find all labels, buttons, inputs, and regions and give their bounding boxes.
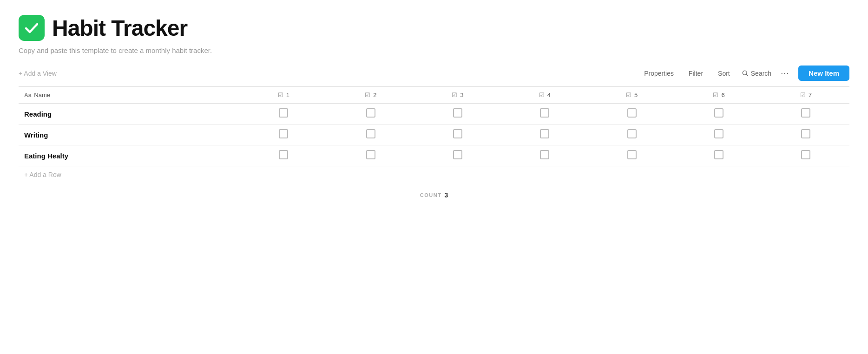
checkbox-cell-r0-c5[interactable] <box>675 104 762 125</box>
checkbox-col-icon-2: ☑ <box>365 92 370 98</box>
checkbox-cell-r2-c6[interactable] <box>763 145 849 166</box>
checkbox-cell-r0-c6[interactable] <box>763 104 849 125</box>
checkbox-cell-r2-c4[interactable] <box>588 145 675 166</box>
col-header-7: ☑ 7 <box>763 87 849 104</box>
checkbox-cell-r1-c2[interactable] <box>414 125 501 145</box>
checkbox-cell-r1-c5[interactable] <box>675 125 762 145</box>
checkbox-empty[interactable] <box>801 108 810 118</box>
page-subtitle: Copy and paste this template to create a… <box>19 46 849 54</box>
checkbox-cell-r0-c2[interactable] <box>414 104 501 125</box>
checkbox-cell-r2-c3[interactable] <box>501 145 588 166</box>
new-item-button[interactable]: New Item <box>798 66 849 81</box>
checkbox-empty[interactable] <box>453 150 462 159</box>
checkbox-empty[interactable] <box>453 129 462 138</box>
checkbox-cell-r0-c3[interactable] <box>501 104 588 125</box>
col-3-label: 3 <box>460 92 463 98</box>
search-icon <box>742 70 749 77</box>
row-name-1: Writing <box>19 125 240 145</box>
page-header: Habit Tracker <box>19 15 849 41</box>
col-name-label: Name <box>34 92 50 98</box>
col-header-6: ☑ 6 <box>675 87 762 104</box>
col-header-5: ☑ 5 <box>588 87 675 104</box>
col-header-3: ☑ 3 <box>414 87 501 104</box>
checkbox-col-icon-3: ☑ <box>452 92 457 98</box>
checkbox-cell-r2-c0[interactable] <box>240 145 327 166</box>
checkbox-cell-r1-c0[interactable] <box>240 125 327 145</box>
checkbox-empty[interactable] <box>540 150 549 159</box>
add-row-container: + Add a Row <box>19 166 849 183</box>
table-header-row: Aa Name ☑ 1 ☑ 2 ☑ 3 <box>19 87 849 104</box>
checkbox-cell-r2-c5[interactable] <box>675 145 762 166</box>
toolbar: + Add a View Properties Filter Sort Sear… <box>19 66 849 87</box>
checkbox-col-icon-1: ☑ <box>278 92 283 98</box>
col-header-2: ☑ 2 <box>327 87 414 104</box>
checkbox-empty[interactable] <box>714 129 723 138</box>
habit-table: Aa Name ☑ 1 ☑ 2 ☑ 3 <box>19 87 849 166</box>
checkbox-col-icon-4: ☑ <box>539 92 545 98</box>
search-label: Search <box>751 70 771 77</box>
checkbox-cell-r2-c2[interactable] <box>414 145 501 166</box>
toolbar-left: + Add a View <box>19 68 632 79</box>
checkbox-empty[interactable] <box>627 129 637 138</box>
toolbar-right: Properties Filter Sort Search ··· New It… <box>641 66 849 81</box>
col-header-name: Aa Name <box>19 87 240 104</box>
search-button[interactable]: Search <box>742 70 771 77</box>
table-row: Reading <box>19 104 849 125</box>
checkbox-empty[interactable] <box>540 129 549 138</box>
checkbox-cell-r1-c1[interactable] <box>327 125 414 145</box>
checkbox-empty[interactable] <box>366 150 375 159</box>
row-name-2: Eating Healty <box>19 145 240 166</box>
checkbox-cell-r0-c1[interactable] <box>327 104 414 125</box>
row-name-0: Reading <box>19 104 240 125</box>
checkbox-cell-r0-c4[interactable] <box>588 104 675 125</box>
checkbox-cell-r1-c3[interactable] <box>501 125 588 145</box>
count-row: COUNT 3 <box>19 183 849 199</box>
checkbox-cell-r0-c0[interactable] <box>240 104 327 125</box>
count-value: 3 <box>444 191 448 199</box>
checkbox-empty[interactable] <box>714 150 723 159</box>
checkbox-empty[interactable] <box>279 150 288 159</box>
col-1-label: 1 <box>286 92 289 98</box>
checkbox-col-icon-6: ☑ <box>713 92 718 98</box>
checkbox-cell-r2-c1[interactable] <box>327 145 414 166</box>
checkbox-empty[interactable] <box>366 129 375 138</box>
checkbox-empty[interactable] <box>279 108 288 118</box>
checkbox-cell-r1-c4[interactable] <box>588 125 675 145</box>
col-7-label: 7 <box>809 92 812 98</box>
checkbox-empty[interactable] <box>801 150 810 159</box>
checkbox-empty[interactable] <box>540 108 549 118</box>
col-header-4: ☑ 4 <box>501 87 588 104</box>
properties-button[interactable]: Properties <box>641 68 677 79</box>
add-view-button[interactable]: + Add a View <box>19 68 57 79</box>
add-row-label: + Add a Row <box>24 171 61 178</box>
more-options-button[interactable]: ··· <box>781 68 789 78</box>
col-5-label: 5 <box>634 92 638 98</box>
add-row-button[interactable]: + Add a Row <box>19 166 67 183</box>
checkbox-empty[interactable] <box>453 108 462 118</box>
text-type-icon: Aa <box>24 92 31 98</box>
checkbox-cell-r1-c6[interactable] <box>763 125 849 145</box>
page-title: Habit Tracker <box>52 15 187 41</box>
checkbox-col-icon-7: ☑ <box>800 92 806 98</box>
table-row: Writing <box>19 125 849 145</box>
checkbox-empty[interactable] <box>714 108 723 118</box>
col-2-label: 2 <box>373 92 376 98</box>
checkbox-empty[interactable] <box>366 108 375 118</box>
checkbox-empty[interactable] <box>627 108 637 118</box>
col-6-label: 6 <box>721 92 724 98</box>
sort-button[interactable]: Sort <box>715 68 733 79</box>
col-header-1: ☑ 1 <box>240 87 327 104</box>
table-row: Eating Healty <box>19 145 849 166</box>
col-4-label: 4 <box>547 92 551 98</box>
checkbox-empty[interactable] <box>627 150 637 159</box>
checkbox-empty[interactable] <box>279 129 288 138</box>
checkbox-empty[interactable] <box>801 129 810 138</box>
count-label: COUNT <box>420 192 442 198</box>
app-icon <box>19 15 45 41</box>
filter-button[interactable]: Filter <box>686 68 706 79</box>
checkbox-col-icon-5: ☑ <box>626 92 631 98</box>
